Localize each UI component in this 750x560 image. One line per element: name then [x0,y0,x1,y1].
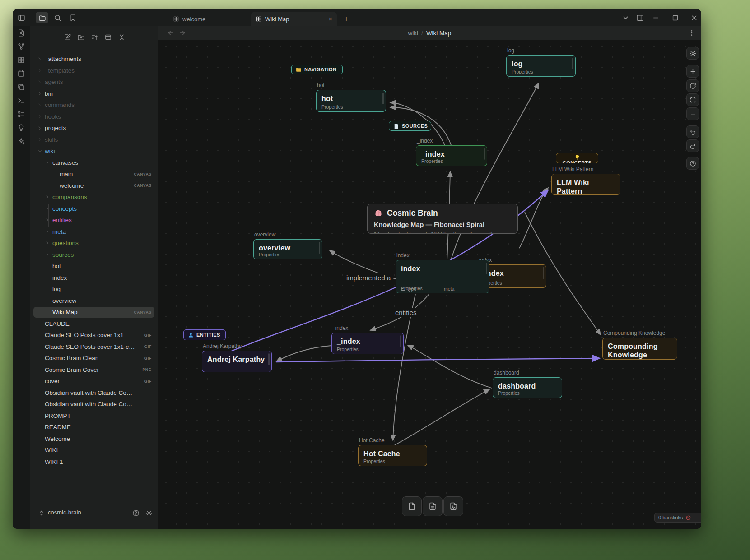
undo-button[interactable] [686,125,699,138]
canvas-node--index[interactable]: _indexProperties [331,333,404,354]
tree-item-log[interactable]: log [30,283,158,295]
tree-item-wiki-map[interactable]: Wiki MapCANVAS [30,306,158,318]
drag-card-button[interactable] [402,496,422,516]
tree-item-obsidian-vault-with-claude-code-f-[interactable]: Obsidian vault with Claude Code - f... [30,387,158,399]
tree-item-claude[interactable]: CLAUDE [30,318,158,330]
file-search-icon[interactable] [16,28,26,38]
tab-welcome[interactable]: welcome [168,12,210,26]
tree-item-sources[interactable]: sources [30,249,158,261]
chevron-down-icon[interactable] [45,160,50,165]
tree-item-entities[interactable]: entities [30,214,158,226]
tree-item--templates[interactable]: _templates [30,65,158,77]
tree-item-hooks[interactable]: hooks [30,111,158,123]
minimize-icon[interactable] [651,13,661,23]
tree-item-bin[interactable]: bin [30,88,158,100]
status-bar[interactable]: 0 backlinks [654,513,701,523]
tree-item-claude-seo-posts-cover-1x1[interactable]: Claude SEO Posts cover 1x1GIF [30,329,158,341]
tab-wiki-map[interactable]: Wiki Map× [251,12,337,26]
tree-item-prompt[interactable]: PROMPT [30,410,158,422]
tree-item-meta[interactable]: meta [30,226,158,238]
tree-item-hot[interactable]: hot [30,260,158,272]
chevron-right-icon[interactable] [37,68,42,73]
folder-icon[interactable] [36,12,48,23]
node-properties[interactable]: Properties [363,458,385,464]
bookmark-icon[interactable] [68,13,78,23]
show-frame-icon[interactable] [102,32,113,42]
tree-item-cosmic-brain-clean[interactable]: Cosmic Brain CleanGIF [30,352,158,364]
new-tab-button[interactable]: + [341,12,351,26]
canvas-grid-icon[interactable] [16,55,26,65]
calendar-icon[interactable] [16,69,26,79]
chevron-down-icon[interactable] [37,148,42,154]
node-properties[interactable]: Properties [321,104,343,110]
canvas-node-llm-wiki-pattern[interactable]: LLM Wiki Pattern [551,174,620,195]
chevron-right-icon[interactable] [37,79,42,85]
tree-item-projects[interactable]: projects [30,122,158,134]
close-icon[interactable] [689,13,699,23]
tree-item-welcome[interactable]: welcomeCANVAS [30,180,158,192]
sort-order-icon[interactable] [89,32,100,42]
terminal-icon[interactable] [16,96,26,106]
maximize-icon[interactable] [670,13,680,23]
chevron-right-icon[interactable] [37,56,42,62]
tree-item-overview[interactable]: overview [30,295,158,307]
group-label-navigation[interactable]: NAVIGATION [291,65,343,74]
collapse-all-icon[interactable] [116,32,127,42]
chevron-right-icon[interactable] [45,229,50,234]
list-blocks-icon[interactable] [16,109,26,119]
canvas-node-compounding-knowledge[interactable]: Compounding Knowledge [602,338,677,360]
chevron-right-icon[interactable] [45,194,50,200]
tab-list-chevron-icon[interactable] [620,13,630,23]
zoom-to-fit-button[interactable] [686,93,699,106]
graph-icon[interactable] [16,42,26,51]
canvas-settings-button[interactable] [686,47,699,60]
search-icon[interactable] [52,13,62,23]
chevron-right-icon[interactable] [45,241,50,246]
panel-left-icon[interactable] [16,13,26,23]
node-properties[interactable]: Properties [337,347,359,352]
tree-item-main[interactable]: mainCANVAS [30,168,158,180]
tree-item-canvases[interactable]: canvases [30,157,158,169]
zoom-out-button[interactable] [686,107,699,120]
canvas-node-hot-cache[interactable]: Hot CacheProperties [358,445,427,466]
tree-item--attachments[interactable]: _attachments [30,53,158,65]
group-label-sources[interactable]: SOURCES [389,121,431,131]
tab-close-icon[interactable]: × [329,15,332,23]
tree-item-index[interactable]: index [30,272,158,284]
help-icon[interactable] [131,509,140,518]
chevron-right-icon[interactable] [45,252,50,257]
vault-switcher-icon[interactable] [37,509,46,518]
node-properties[interactable]: Properties [498,390,520,396]
chevron-right-icon[interactable] [37,114,42,119]
tree-item-commands[interactable]: commands [30,99,158,111]
canvas-node--index[interactable]: _indexProperties [416,145,487,166]
tree-item-wiki[interactable]: WIKI [30,444,158,456]
chevron-right-icon[interactable] [37,125,42,131]
reset-zoom-button[interactable] [686,79,699,92]
tree-item-wiki[interactable]: wiki [30,145,158,157]
chevron-right-icon[interactable] [37,102,42,108]
group-label-concepts[interactable]: CONCEPTS [556,153,598,163]
tree-item-obsidian-vault-with-claude-code-f-[interactable]: Obsidian vault with Claude Code - f... [30,398,158,410]
help-button[interactable] [686,157,699,170]
canvas-node-andrej-karpathy[interactable]: Andrej Karpathy [202,351,272,372]
tree-item-wiki-1[interactable]: WIKI 1 [30,456,158,468]
tree-item-questions[interactable]: questions [30,237,158,249]
lightbulb-icon[interactable] [16,123,26,133]
vault-name[interactable]: cosmic-brain [48,509,81,516]
tree-item-claude-seo-posts-cover-1x1-co-[interactable]: Claude SEO Posts cover 1x1-co...GIF [30,341,158,353]
chevron-right-icon[interactable] [45,218,50,223]
tree-item-comparisons[interactable]: comparisons [30,191,158,203]
new-note-icon[interactable] [62,32,73,42]
canvas[interactable]: 0 backlinks NAVIGATIONSOURCESCONCEPTSENT… [158,40,701,529]
tree-item-welcome[interactable]: Welcome [30,433,158,445]
canvas-node-dashboard[interactable]: dashboardProperties [493,377,562,398]
drag-note-button[interactable] [423,496,443,516]
canvas-node-index[interactable]: indexProperties☰typemeta [396,260,489,293]
tree-item-cosmic-brain-cover[interactable]: Cosmic Brain CoverPNG [30,364,158,376]
canvas-node-log[interactable]: logProperties [506,55,576,77]
canvas-node-hot[interactable]: hotProperties [316,90,386,112]
chevron-right-icon[interactable] [37,91,42,96]
settings-gear-icon[interactable] [144,509,154,518]
node-properties[interactable]: Properties [421,158,443,164]
